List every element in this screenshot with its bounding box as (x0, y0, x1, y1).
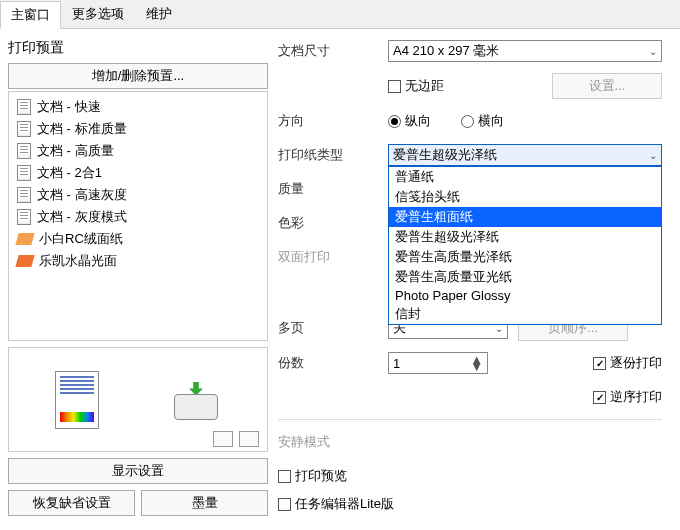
copies-label: 份数 (278, 354, 388, 372)
dropdown-option[interactable]: 信封 (389, 304, 661, 324)
show-settings-button[interactable]: 显示设置 (8, 458, 268, 484)
task-editor-checkbox[interactable]: 任务编辑器Lite版 (278, 495, 394, 513)
add-remove-preset-button[interactable]: 增加/删除预置... (8, 63, 268, 89)
reverse-label: 逆序打印 (610, 388, 662, 406)
paper-type-select[interactable]: 爱普生超级光泽纸 ⌄ 普通纸 信笺抬头纸 爱普生粗面纸 爱普生超级光泽纸 爱普生… (388, 144, 662, 166)
tab-bar: 主窗口 更多选项 维护 (0, 0, 680, 29)
checkbox-icon (593, 391, 606, 404)
document-icon (17, 165, 31, 181)
preset-label: 文档 - 2合1 (37, 164, 102, 182)
dropdown-option[interactable]: 信笺抬头纸 (389, 187, 661, 207)
radio-icon (461, 115, 474, 128)
spinner-down-icon[interactable]: ▼ (470, 363, 483, 370)
ink-button[interactable]: 墨量 (141, 490, 268, 516)
checkbox-icon (593, 357, 606, 370)
preset-list[interactable]: 文档 - 快速 文档 - 标准质量 文档 - 高质量 文档 - 2合1 文档 -… (8, 91, 268, 341)
print-preview-label: 打印预览 (295, 467, 347, 485)
landscape-label: 横向 (478, 112, 504, 130)
borderless-settings-button: 设置... (552, 73, 662, 99)
paper-type-value: 爱普生超级光泽纸 (393, 146, 497, 164)
dropdown-option[interactable]: 爱普生粗面纸 (389, 207, 661, 227)
layout-icon[interactable] (239, 431, 259, 447)
preset-label: 小白RC绒面纸 (39, 230, 123, 248)
document-icon (17, 99, 31, 115)
dropdown-option[interactable]: 爱普生高质量亚光纸 (389, 267, 661, 287)
checkbox-icon (278, 470, 291, 483)
orientation-label: 方向 (278, 112, 388, 130)
doc-size-select[interactable]: A4 210 x 297 毫米 ⌄ (388, 40, 662, 62)
preset-item[interactable]: 文档 - 灰度模式 (13, 206, 263, 228)
paper-icon (15, 233, 34, 245)
copies-value: 1 (393, 356, 400, 371)
printer-icon (171, 380, 221, 420)
preset-label: 乐凯水晶光面 (39, 252, 117, 270)
reverse-order-checkbox[interactable]: 逆序打印 (593, 388, 662, 406)
quiet-mode-label: 安静模式 (278, 433, 388, 451)
document-icon (17, 143, 31, 159)
task-editor-label: 任务编辑器Lite版 (295, 495, 394, 513)
paper-icon (15, 255, 34, 267)
preset-item[interactable]: 文档 - 标准质量 (13, 118, 263, 140)
preset-item[interactable]: 文档 - 高质量 (13, 140, 263, 162)
collate-checkbox[interactable]: 逐份打印 (593, 354, 662, 372)
borderless-checkbox[interactable]: 无边距 (388, 77, 444, 95)
doc-size-value: A4 210 x 297 毫米 (393, 42, 499, 60)
tab-main[interactable]: 主窗口 (0, 1, 61, 29)
layout-icon[interactable] (213, 431, 233, 447)
preset-item[interactable]: 文档 - 高速灰度 (13, 184, 263, 206)
tab-more-options[interactable]: 更多选项 (61, 0, 135, 28)
tab-maintenance[interactable]: 维护 (135, 0, 183, 28)
portrait-label: 纵向 (405, 112, 431, 130)
multipage-label: 多页 (278, 319, 388, 337)
dropdown-option[interactable]: 爱普生高质量光泽纸 (389, 247, 661, 267)
preset-label: 文档 - 标准质量 (37, 120, 127, 138)
borderless-label: 无边距 (405, 77, 444, 95)
preset-label: 文档 - 高速灰度 (37, 186, 127, 204)
checkbox-icon (278, 498, 291, 511)
preset-item[interactable]: 小白RC绒面纸 (13, 228, 263, 250)
doc-size-label: 文档尺寸 (278, 42, 388, 60)
preset-label: 文档 - 快速 (37, 98, 101, 116)
copies-spinner[interactable]: 1 ▲▼ (388, 352, 488, 374)
preset-item[interactable]: 乐凯水晶光面 (13, 250, 263, 272)
radio-icon (388, 115, 401, 128)
print-preview-checkbox[interactable]: 打印预览 (278, 467, 347, 485)
duplex-label: 双面打印 (278, 248, 388, 266)
preset-label: 文档 - 灰度模式 (37, 208, 127, 226)
preset-title: 打印预置 (8, 39, 268, 57)
preset-label: 文档 - 高质量 (37, 142, 114, 160)
quality-label: 质量 (278, 180, 388, 198)
paper-type-dropdown: 普通纸 信笺抬头纸 爱普生粗面纸 爱普生超级光泽纸 爱普生高质量光泽纸 爱普生高… (388, 166, 662, 325)
document-icon (17, 121, 31, 137)
orientation-landscape-radio[interactable]: 横向 (461, 112, 504, 130)
preset-item[interactable]: 文档 - 2合1 (13, 162, 263, 184)
collate-label: 逐份打印 (610, 354, 662, 372)
document-icon (17, 187, 31, 203)
chevron-down-icon: ⌄ (649, 150, 657, 161)
paper-type-label: 打印纸类型 (278, 146, 388, 164)
dropdown-option[interactable]: Photo Paper Glossy (389, 287, 661, 304)
preview-box (8, 347, 268, 452)
color-label: 色彩 (278, 214, 388, 232)
chevron-down-icon: ⌄ (649, 46, 657, 57)
restore-defaults-button[interactable]: 恢复缺省设置 (8, 490, 135, 516)
checkbox-icon (388, 80, 401, 93)
preset-item[interactable]: 文档 - 快速 (13, 96, 263, 118)
page-thumbnail-icon (55, 371, 99, 429)
dropdown-option[interactable]: 普通纸 (389, 167, 661, 187)
dropdown-option[interactable]: 爱普生超级光泽纸 (389, 227, 661, 247)
orientation-portrait-radio[interactable]: 纵向 (388, 112, 431, 130)
document-icon (17, 209, 31, 225)
